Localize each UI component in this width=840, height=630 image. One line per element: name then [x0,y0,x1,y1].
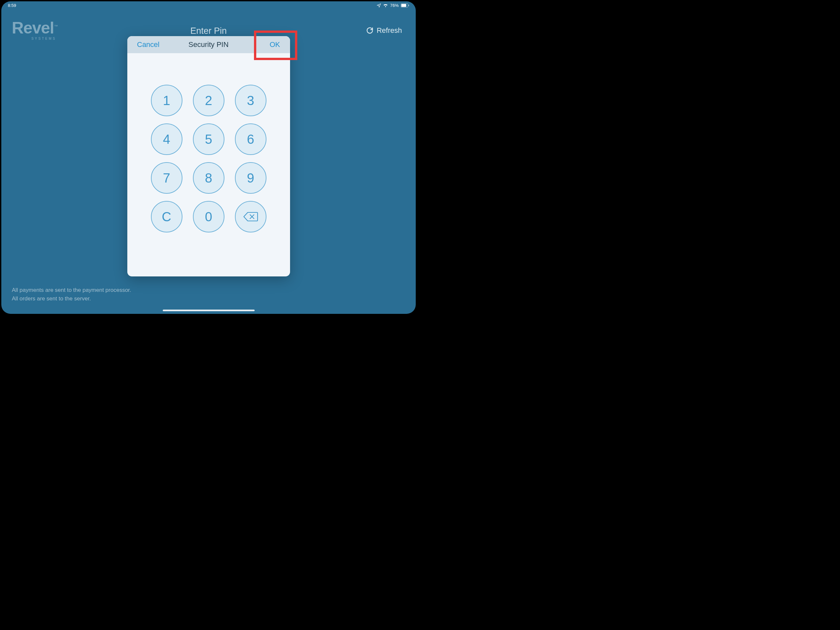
keypad-0[interactable]: 0 [193,201,224,233]
modal-title: Security PIN [188,40,228,49]
status-battery-percent: 76% [390,3,399,8]
svg-rect-1 [401,4,406,7]
keypad-3[interactable]: 3 [235,85,267,116]
refresh-button[interactable]: Refresh [366,26,402,35]
keypad-8[interactable]: 8 [193,162,224,194]
page-title: Enter Pin [1,26,416,36]
footer-line-2: All orders are sent to the server. [12,294,131,303]
status-bar: 8:59 76% [1,1,416,9]
location-icon [377,3,381,8]
keypad-4[interactable]: 4 [151,123,182,155]
keypad-2[interactable]: 2 [193,85,224,116]
ok-button[interactable]: OK [254,40,280,49]
keypad: 1 2 3 4 5 6 7 8 9 C 0 [127,85,290,233]
keypad-clear[interactable]: C [151,201,182,233]
status-right: 76% [377,3,409,8]
logo-subtext: SYSTEMS [12,37,57,40]
keypad-6[interactable]: 6 [235,123,267,155]
battery-icon [401,3,409,8]
backspace-icon [243,211,258,222]
footer-text: All payments are sent to the payment pro… [12,286,131,303]
keypad-1[interactable]: 1 [151,85,182,116]
security-pin-modal: Cancel Security PIN OK 1 2 3 4 5 6 7 8 9… [127,36,290,276]
keypad-backspace[interactable] [235,201,267,233]
status-time: 8:59 [8,3,16,8]
cancel-button[interactable]: Cancel [137,40,163,49]
modal-header: Cancel Security PIN OK [127,36,290,53]
refresh-icon [366,27,373,34]
keypad-5[interactable]: 5 [193,123,224,155]
home-indicator[interactable] [163,310,255,311]
keypad-9[interactable]: 9 [235,162,267,194]
refresh-label: Refresh [377,26,402,35]
svg-rect-2 [409,5,409,6]
wifi-icon [383,3,388,7]
footer-line-1: All payments are sent to the payment pro… [12,286,131,294]
keypad-7[interactable]: 7 [151,162,182,194]
